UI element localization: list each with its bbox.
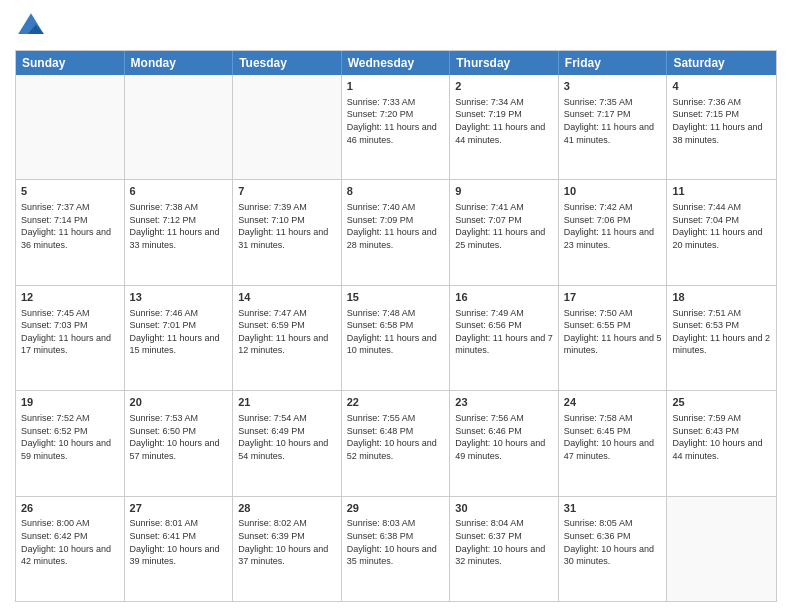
day-info: Sunrise: 7:39 AM Sunset: 7:10 PM Dayligh…	[238, 201, 336, 251]
day-info: Sunrise: 7:44 AM Sunset: 7:04 PM Dayligh…	[672, 201, 771, 251]
day-info: Sunrise: 7:55 AM Sunset: 6:48 PM Dayligh…	[347, 412, 445, 462]
calendar-body: 1Sunrise: 7:33 AM Sunset: 7:20 PM Daylig…	[16, 75, 776, 601]
day-info: Sunrise: 8:04 AM Sunset: 6:37 PM Dayligh…	[455, 517, 553, 567]
calendar-cell-3-6: 25Sunrise: 7:59 AM Sunset: 6:43 PM Dayli…	[667, 391, 776, 495]
calendar-cell-1-2: 7Sunrise: 7:39 AM Sunset: 7:10 PM Daylig…	[233, 180, 342, 284]
day-info: Sunrise: 7:47 AM Sunset: 6:59 PM Dayligh…	[238, 307, 336, 357]
day-info: Sunrise: 7:59 AM Sunset: 6:43 PM Dayligh…	[672, 412, 771, 462]
day-info: Sunrise: 8:01 AM Sunset: 6:41 PM Dayligh…	[130, 517, 228, 567]
calendar-cell-0-4: 2Sunrise: 7:34 AM Sunset: 7:19 PM Daylig…	[450, 75, 559, 179]
calendar-cell-3-1: 20Sunrise: 7:53 AM Sunset: 6:50 PM Dayli…	[125, 391, 234, 495]
calendar-cell-0-1	[125, 75, 234, 179]
day-info: Sunrise: 7:34 AM Sunset: 7:19 PM Dayligh…	[455, 96, 553, 146]
calendar-cell-0-6: 4Sunrise: 7:36 AM Sunset: 7:15 PM Daylig…	[667, 75, 776, 179]
calendar-cell-4-0: 26Sunrise: 8:00 AM Sunset: 6:42 PM Dayli…	[16, 497, 125, 601]
day-number: 12	[21, 290, 119, 305]
day-number: 2	[455, 79, 553, 94]
header-day-sunday: Sunday	[16, 51, 125, 75]
day-info: Sunrise: 7:50 AM Sunset: 6:55 PM Dayligh…	[564, 307, 662, 357]
header-day-monday: Monday	[125, 51, 234, 75]
calendar-cell-2-3: 15Sunrise: 7:48 AM Sunset: 6:58 PM Dayli…	[342, 286, 451, 390]
day-info: Sunrise: 7:48 AM Sunset: 6:58 PM Dayligh…	[347, 307, 445, 357]
calendar-row-2: 12Sunrise: 7:45 AM Sunset: 7:03 PM Dayli…	[16, 285, 776, 390]
day-number: 27	[130, 501, 228, 516]
day-number: 31	[564, 501, 662, 516]
calendar-cell-4-4: 30Sunrise: 8:04 AM Sunset: 6:37 PM Dayli…	[450, 497, 559, 601]
header-day-tuesday: Tuesday	[233, 51, 342, 75]
calendar-cell-1-4: 9Sunrise: 7:41 AM Sunset: 7:07 PM Daylig…	[450, 180, 559, 284]
calendar-cell-4-5: 31Sunrise: 8:05 AM Sunset: 6:36 PM Dayli…	[559, 497, 668, 601]
calendar-cell-2-0: 12Sunrise: 7:45 AM Sunset: 7:03 PM Dayli…	[16, 286, 125, 390]
day-info: Sunrise: 7:52 AM Sunset: 6:52 PM Dayligh…	[21, 412, 119, 462]
calendar-cell-1-6: 11Sunrise: 7:44 AM Sunset: 7:04 PM Dayli…	[667, 180, 776, 284]
day-number: 22	[347, 395, 445, 410]
header-day-thursday: Thursday	[450, 51, 559, 75]
calendar-cell-1-3: 8Sunrise: 7:40 AM Sunset: 7:09 PM Daylig…	[342, 180, 451, 284]
day-number: 25	[672, 395, 771, 410]
day-number: 11	[672, 184, 771, 199]
day-info: Sunrise: 7:56 AM Sunset: 6:46 PM Dayligh…	[455, 412, 553, 462]
calendar-cell-3-0: 19Sunrise: 7:52 AM Sunset: 6:52 PM Dayli…	[16, 391, 125, 495]
calendar: SundayMondayTuesdayWednesdayThursdayFrid…	[15, 50, 777, 602]
calendar-cell-1-1: 6Sunrise: 7:38 AM Sunset: 7:12 PM Daylig…	[125, 180, 234, 284]
day-info: Sunrise: 8:02 AM Sunset: 6:39 PM Dayligh…	[238, 517, 336, 567]
calendar-cell-0-3: 1Sunrise: 7:33 AM Sunset: 7:20 PM Daylig…	[342, 75, 451, 179]
calendar-cell-0-5: 3Sunrise: 7:35 AM Sunset: 7:17 PM Daylig…	[559, 75, 668, 179]
day-info: Sunrise: 7:35 AM Sunset: 7:17 PM Dayligh…	[564, 96, 662, 146]
calendar-cell-4-6	[667, 497, 776, 601]
day-number: 29	[347, 501, 445, 516]
calendar-row-4: 26Sunrise: 8:00 AM Sunset: 6:42 PM Dayli…	[16, 496, 776, 601]
calendar-cell-4-3: 29Sunrise: 8:03 AM Sunset: 6:38 PM Dayli…	[342, 497, 451, 601]
day-info: Sunrise: 7:41 AM Sunset: 7:07 PM Dayligh…	[455, 201, 553, 251]
day-number: 19	[21, 395, 119, 410]
page: SundayMondayTuesdayWednesdayThursdayFrid…	[0, 0, 792, 612]
calendar-cell-1-5: 10Sunrise: 7:42 AM Sunset: 7:06 PM Dayli…	[559, 180, 668, 284]
day-number: 24	[564, 395, 662, 410]
day-info: Sunrise: 7:53 AM Sunset: 6:50 PM Dayligh…	[130, 412, 228, 462]
calendar-cell-4-1: 27Sunrise: 8:01 AM Sunset: 6:41 PM Dayli…	[125, 497, 234, 601]
day-number: 1	[347, 79, 445, 94]
calendar-cell-0-2	[233, 75, 342, 179]
day-number: 14	[238, 290, 336, 305]
day-number: 20	[130, 395, 228, 410]
day-info: Sunrise: 7:45 AM Sunset: 7:03 PM Dayligh…	[21, 307, 119, 357]
day-number: 30	[455, 501, 553, 516]
calendar-cell-2-6: 18Sunrise: 7:51 AM Sunset: 6:53 PM Dayli…	[667, 286, 776, 390]
header-day-friday: Friday	[559, 51, 668, 75]
day-number: 9	[455, 184, 553, 199]
day-info: Sunrise: 7:42 AM Sunset: 7:06 PM Dayligh…	[564, 201, 662, 251]
day-number: 18	[672, 290, 771, 305]
day-number: 21	[238, 395, 336, 410]
day-info: Sunrise: 7:54 AM Sunset: 6:49 PM Dayligh…	[238, 412, 336, 462]
day-number: 15	[347, 290, 445, 305]
day-info: Sunrise: 7:38 AM Sunset: 7:12 PM Dayligh…	[130, 201, 228, 251]
calendar-cell-2-4: 16Sunrise: 7:49 AM Sunset: 6:56 PM Dayli…	[450, 286, 559, 390]
day-number: 8	[347, 184, 445, 199]
calendar-cell-3-4: 23Sunrise: 7:56 AM Sunset: 6:46 PM Dayli…	[450, 391, 559, 495]
day-number: 3	[564, 79, 662, 94]
calendar-cell-3-3: 22Sunrise: 7:55 AM Sunset: 6:48 PM Dayli…	[342, 391, 451, 495]
calendar-header: SundayMondayTuesdayWednesdayThursdayFrid…	[16, 51, 776, 75]
calendar-cell-3-2: 21Sunrise: 7:54 AM Sunset: 6:49 PM Dayli…	[233, 391, 342, 495]
day-number: 17	[564, 290, 662, 305]
day-number: 13	[130, 290, 228, 305]
header-day-wednesday: Wednesday	[342, 51, 451, 75]
day-info: Sunrise: 7:36 AM Sunset: 7:15 PM Dayligh…	[672, 96, 771, 146]
day-number: 5	[21, 184, 119, 199]
calendar-cell-2-2: 14Sunrise: 7:47 AM Sunset: 6:59 PM Dayli…	[233, 286, 342, 390]
day-info: Sunrise: 7:37 AM Sunset: 7:14 PM Dayligh…	[21, 201, 119, 251]
logo-icon	[15, 10, 47, 42]
day-info: Sunrise: 7:51 AM Sunset: 6:53 PM Dayligh…	[672, 307, 771, 357]
day-info: Sunrise: 7:46 AM Sunset: 7:01 PM Dayligh…	[130, 307, 228, 357]
day-number: 4	[672, 79, 771, 94]
day-number: 28	[238, 501, 336, 516]
header-day-saturday: Saturday	[667, 51, 776, 75]
day-info: Sunrise: 7:40 AM Sunset: 7:09 PM Dayligh…	[347, 201, 445, 251]
day-number: 26	[21, 501, 119, 516]
calendar-cell-0-0	[16, 75, 125, 179]
calendar-cell-4-2: 28Sunrise: 8:02 AM Sunset: 6:39 PM Dayli…	[233, 497, 342, 601]
day-info: Sunrise: 7:58 AM Sunset: 6:45 PM Dayligh…	[564, 412, 662, 462]
calendar-row-3: 19Sunrise: 7:52 AM Sunset: 6:52 PM Dayli…	[16, 390, 776, 495]
day-info: Sunrise: 8:05 AM Sunset: 6:36 PM Dayligh…	[564, 517, 662, 567]
calendar-row-1: 5Sunrise: 7:37 AM Sunset: 7:14 PM Daylig…	[16, 179, 776, 284]
